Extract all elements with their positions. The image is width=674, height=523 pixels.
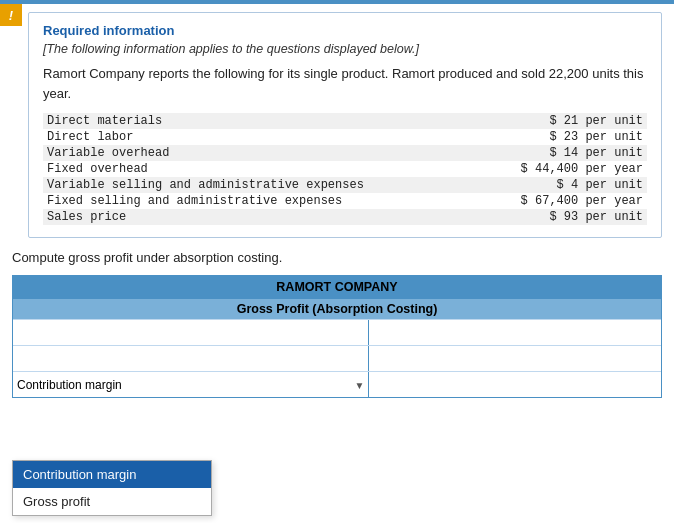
compute-section: Compute gross profit under absorption co…	[12, 250, 662, 398]
absorption-table: RAMORT COMPANY Gross Profit (Absorption …	[12, 275, 662, 398]
absorption-input-row-1	[13, 319, 661, 345]
info-data-table: Direct materials$ 21 per unitDirect labo…	[43, 113, 647, 225]
info-table-label-1: Direct labor	[43, 129, 375, 145]
absorption-label-input-2[interactable]	[17, 349, 364, 363]
info-table-value-0: $ 21 per unit	[375, 113, 647, 129]
dropdown-value-cell[interactable]	[369, 372, 661, 397]
dropdown-popup[interactable]: Contribution marginGross profit	[12, 460, 212, 516]
info-table-label-5: Fixed selling and administrative expense…	[43, 193, 375, 209]
info-table-value-5: $ 67,400 per year	[375, 193, 647, 209]
absorption-label-input-1[interactable]	[17, 323, 364, 337]
info-table-value-3: $ 44,400 per year	[375, 161, 647, 177]
absorption-value-cell-2[interactable]	[369, 346, 661, 371]
info-table-label-0: Direct materials	[43, 113, 375, 129]
required-body: Ramort Company reports the following for…	[43, 64, 647, 103]
absorption-label-cell-2[interactable]	[13, 346, 369, 371]
absorption-table-body: Contribution marginGross profit ▼	[13, 319, 661, 397]
absorption-label-cell-1[interactable]	[13, 320, 369, 345]
compute-label: Compute gross profit under absorption co…	[12, 250, 662, 265]
info-table-value-4: $ 4 per unit	[375, 177, 647, 193]
absorption-value-input-2[interactable]	[373, 349, 657, 363]
info-table-value-1: $ 23 per unit	[375, 129, 647, 145]
info-table-label-4: Variable selling and administrative expe…	[43, 177, 375, 193]
required-subtitle: [The following information applies to th…	[43, 42, 647, 56]
info-table-label-6: Sales price	[43, 209, 375, 225]
absorption-input-row-2	[13, 345, 661, 371]
absorption-value-input-1[interactable]	[373, 323, 657, 337]
dropdown-value-input[interactable]	[375, 376, 655, 390]
dropdown-select[interactable]: Contribution marginGross profit	[13, 376, 368, 394]
info-table-value-2: $ 14 per unit	[375, 145, 647, 161]
exclamation-icon: !	[9, 8, 13, 23]
info-table-label-3: Fixed overhead	[43, 161, 375, 177]
info-icon-container: !	[0, 4, 22, 26]
dropdown-option-1[interactable]: Gross profit	[13, 488, 211, 515]
top-bar	[0, 0, 674, 4]
required-info-box: Required information [The following info…	[28, 12, 662, 238]
absorption-dropdown-row[interactable]: Contribution marginGross profit ▼	[13, 371, 661, 397]
absorption-value-cell-1[interactable]	[369, 320, 661, 345]
required-title: Required information	[43, 23, 647, 38]
dropdown-cell[interactable]: Contribution marginGross profit ▼	[13, 372, 369, 397]
table-title-header: Gross Profit (Absorption Costing)	[13, 298, 661, 319]
info-table-value-6: $ 93 per unit	[375, 209, 647, 225]
company-name-header: RAMORT COMPANY	[13, 276, 661, 298]
dropdown-option-0[interactable]: Contribution margin	[13, 461, 211, 488]
info-table-label-2: Variable overhead	[43, 145, 375, 161]
